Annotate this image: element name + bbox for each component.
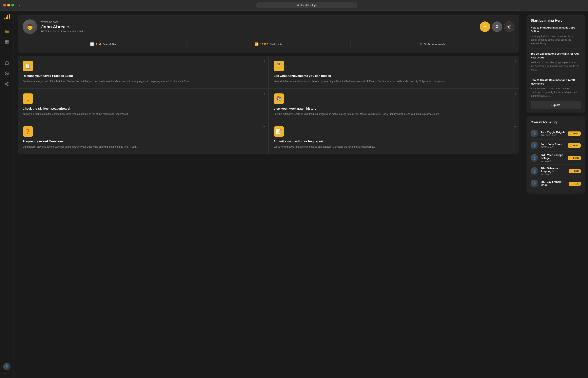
sidebar-item-home[interactable] [2, 27, 11, 36]
card-title-leaderboard: Check the Skilltech Leaderboard [23, 107, 264, 110]
card-title-exam-history: View your Mock Exam history [274, 107, 514, 110]
profile-org: PATTS College of Aeronautics - AVT [41, 30, 476, 33]
profile-name: John Abrea ✎ [41, 24, 476, 29]
card-bug-report[interactable]: ↗ 📝 Submit a suggestion or bug report Le… [269, 121, 519, 154]
article-title-2: Top 10 Expectations vs Reality for AMT N… [531, 52, 581, 59]
article-item-1[interactable]: How to Find Aircraft Mechanic Jobs Onlin… [531, 26, 581, 49]
rank-value: 2nd [96, 43, 101, 46]
svg-rect-2 [7, 15, 8, 19]
rank-info-3: 3rd - Veen Joseph Bologa IAU - AMT [541, 153, 565, 162]
card-desc-practice: Continue where you left off the last tim… [23, 80, 264, 83]
minimize-button[interactable] [7, 4, 10, 6]
right-sidebar: Start Learning Here How to Find Aircraft… [523, 11, 588, 378]
rank-score-icon-4: 📶 [571, 170, 574, 173]
card-arrow-icon: ↗ [261, 59, 266, 63]
svg-line-16 [6, 84, 7, 85]
card-achievements[interactable]: ↗ 🏅 See what Achievements you can unlock… [269, 56, 519, 88]
rank-score-icon-1: 📶 [569, 132, 572, 135]
badge-gear: ⚙ [492, 21, 502, 32]
sidebar-item-share[interactable] [2, 80, 11, 88]
back-button[interactable]: ‹ [18, 3, 21, 7]
card-arrow-icon-4: ↗ [512, 91, 517, 96]
article-item-2[interactable]: Top 10 Expectations vs Reality for AMT N… [531, 52, 581, 75]
rank-info-4: 4th - Salvador Ampong Jr. IAU - AMT [541, 167, 567, 176]
card-desc-achievements: View all Achievements that can be obtain… [274, 80, 514, 83]
card-arrow-icon-3: ↗ [261, 91, 266, 96]
badge-eagle: 🦅 [504, 21, 514, 32]
svg-line-17 [6, 83, 7, 83]
sidebar-item-settings[interactable] [2, 69, 11, 78]
app-logo[interactable] [4, 14, 10, 22]
card-desc-bug-report: Let us know how to improve our features … [274, 145, 514, 149]
learning-title: Start Learning Here [531, 19, 581, 23]
rank-avatar-2: 👤 [531, 142, 538, 149]
sidebar-item-analytics[interactable] [2, 48, 11, 57]
rank-name-2: 2nd - John Abrea [541, 143, 565, 146]
ranking-item-5: 👤 5th - Jay Francis Orian 📶 3160 [531, 178, 581, 189]
article-item-3[interactable]: How to Create Resumes for Aircraft Mecha… [531, 78, 581, 98]
article-desc-1: Finding jobs these days has never been e… [531, 34, 581, 45]
version-label: v0.1.2 [4, 373, 9, 375]
traffic-lights [3, 4, 14, 6]
svg-rect-3 [9, 14, 10, 19]
close-button[interactable] [3, 4, 6, 6]
rank-org-1: PHILSCA - AMT [541, 134, 565, 136]
edit-profile-icon[interactable]: ✎ [67, 25, 69, 28]
card-desc-faq: Our platform provides several ways for y… [23, 145, 264, 149]
lock-icon: 🔒 [297, 4, 299, 6]
rank-score-icon-3: 📶 [569, 157, 572, 159]
user-avatar[interactable]: 👤 [3, 363, 11, 370]
card-leaderboard[interactable]: ↗ 🏆 Check the Skilltech Leaderboard Know… [18, 89, 268, 121]
svg-point-13 [7, 82, 8, 83]
svg-rect-7 [7, 42, 8, 43]
rank-info-2: 2nd - John Abrea PATTS - AVT [541, 143, 565, 148]
card-practice-exam[interactable]: ↗ 📋 Resume your saved Practice Exam Cont… [18, 56, 268, 88]
card-icon-achievements: 🏅 [274, 61, 284, 71]
svg-rect-5 [7, 40, 8, 42]
rank-org-3: IAU - AMT [541, 160, 565, 162]
stat-skillpoints: 📶 16970 Skillpoints [187, 41, 351, 48]
card-faq[interactable]: ↗ ❓ Frequently Asked Questions Our platf… [18, 121, 268, 154]
rank-score-3: 📶 14290 [568, 156, 581, 160]
svg-rect-6 [5, 42, 6, 43]
ranking-title: Overall Ranking [531, 120, 581, 124]
card-exam-history[interactable]: ↗ 📚 View your Mock Exam history See the … [269, 89, 519, 121]
browser-navigation: ‹ › [18, 3, 27, 7]
svg-point-12 [6, 73, 7, 74]
card-icon-exam-history: 📚 [274, 94, 284, 104]
rank-avatar-4: 👤 [531, 167, 538, 175]
sidebar-item-library[interactable] [2, 58, 11, 67]
svg-rect-1 [6, 17, 7, 19]
url-text: dev.skilltech.ph [300, 4, 317, 7]
card-arrow-icon-2: ↗ [512, 59, 517, 63]
ranking-item-3: 👤 3rd - Veen Joseph Bologa IAU - AMT 📶 1… [531, 151, 581, 165]
profile-stats: 📊 2nd Overall Rank 📶 16970 Skillpoints ⊙… [23, 37, 514, 48]
ranking-item-2: 👤 2nd - John Abrea PATTS - AVT 📶 16970 [531, 140, 581, 151]
rank-name-1: 1st - Reygie Brigole [541, 131, 565, 134]
article-desc-3: It has been one of the most common chall… [531, 87, 581, 98]
sidebar: 👤 v0.1.2 [0, 11, 14, 378]
stat-achievements: ⊙ 3 Achievements [351, 41, 514, 48]
explore-button[interactable]: Explore [531, 101, 581, 109]
card-icon-leaderboard: 🏆 [23, 94, 33, 104]
card-arrow-icon-6: ↗ [512, 124, 517, 129]
rank-name-4: 4th - Salvador Ampong Jr. [541, 167, 567, 173]
rank-score-1: 📶 29610 [568, 132, 581, 136]
maximize-button[interactable] [11, 4, 14, 6]
sidebar-bottom: 👤 v0.1.2 [3, 363, 11, 375]
address-bar[interactable]: 🔒 dev.skilltech.ph [256, 2, 358, 8]
forward-button[interactable]: › [23, 3, 26, 7]
card-title-bug-report: Submit a suggestion or bug report [274, 140, 514, 143]
rank-avatar-5: 👤 [531, 180, 538, 188]
profile-top: 👨 Welcome back, John Abrea ✎ PATTS Colle… [23, 19, 514, 34]
article-title-3: How to Create Resumes for Aircraft Mecha… [531, 78, 581, 86]
achievements-icon: ⊙ [420, 42, 422, 46]
rank-score-icon-5: 📶 [571, 182, 574, 185]
card-desc-leaderboard: Know your rank among the competition. Be… [23, 112, 264, 116]
rank-icon: 📊 [90, 42, 94, 46]
stat-rank: 📊 2nd Overall Rank [23, 41, 187, 48]
rank-name-3: 3rd - Veen Joseph Bologa [541, 153, 565, 160]
welcome-text: Welcome back, [41, 20, 476, 24]
sidebar-item-bookmarks[interactable] [2, 37, 11, 46]
rank-org-2: PATTS - AVT [541, 146, 565, 148]
